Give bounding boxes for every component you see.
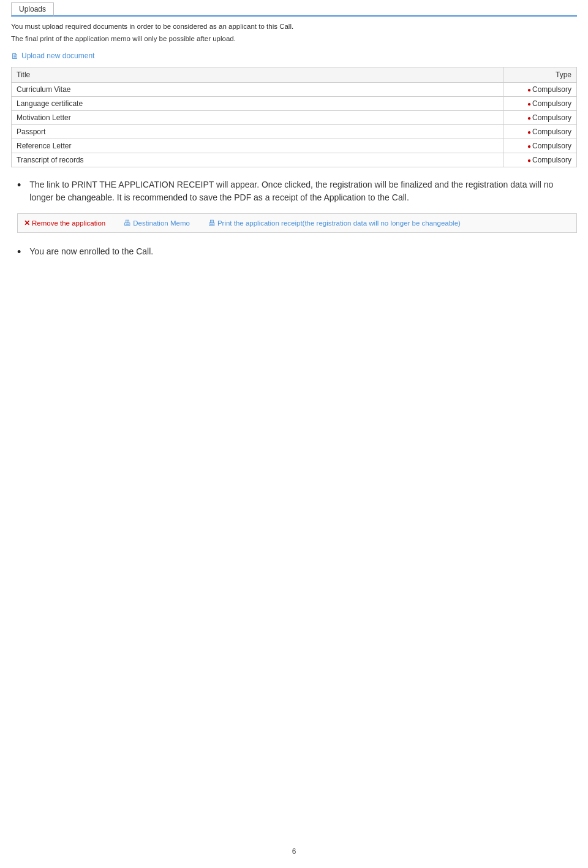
doc-type-cell: ●Compulsory bbox=[503, 110, 577, 124]
compulsory-dot: ● bbox=[527, 143, 531, 150]
bullet-text-1: The link to PRINT THE APPLICATION RECEIP… bbox=[29, 178, 562, 205]
table-row: Language certificate ●Compulsory bbox=[12, 96, 577, 110]
doc-title-cell: Curriculum Vitae bbox=[12, 82, 503, 96]
bullet-dot-1: • bbox=[17, 177, 21, 194]
print-receipt-label: Print the application receipt(the regist… bbox=[217, 219, 461, 227]
actions-bar: ✕ Remove the application 🖶 Destination M… bbox=[17, 213, 577, 233]
doc-title-cell: Reference Letter bbox=[12, 139, 503, 153]
col-type-header: Type bbox=[503, 67, 577, 82]
documents-table: Title Type Curriculum Vitae ●Compulsory … bbox=[11, 67, 577, 167]
compulsory-dot: ● bbox=[527, 157, 531, 164]
upload-new-document-link[interactable]: 🗎 Upload new document bbox=[11, 51, 94, 61]
table-row: Curriculum Vitae ●Compulsory bbox=[12, 82, 577, 96]
printer-icon-1: 🖶 bbox=[124, 219, 131, 227]
table-row: Reference Letter ●Compulsory bbox=[12, 139, 577, 153]
doc-type-cell: ●Compulsory bbox=[503, 124, 577, 139]
compulsory-dot: ● bbox=[527, 101, 531, 107]
table-row: Motivation Letter ●Compulsory bbox=[12, 110, 577, 124]
table-row: Transcript of records ●Compulsory bbox=[12, 153, 577, 167]
doc-title-cell: Language certificate bbox=[12, 96, 503, 110]
remove-icon: ✕ bbox=[24, 219, 30, 227]
doc-type-cell: ●Compulsory bbox=[503, 96, 577, 110]
uploads-tab-bar: Uploads bbox=[11, 0, 577, 17]
compulsory-dot: ● bbox=[527, 115, 531, 121]
remove-application-link[interactable]: ✕ Remove the application bbox=[24, 219, 105, 227]
doc-type-cell: ●Compulsory bbox=[503, 153, 577, 167]
upload-link-label: Upload new document bbox=[21, 51, 94, 60]
page-container: Uploads You must upload required documen… bbox=[0, 0, 588, 309]
bullet-item-1: • The link to PRINT THE APPLICATION RECE… bbox=[17, 178, 577, 205]
compulsory-dot: ● bbox=[527, 86, 531, 93]
info-line1: You must upload required documents in or… bbox=[11, 21, 577, 32]
bullet-text-2: You are now enrolled to the Call. bbox=[29, 245, 153, 259]
doc-title-cell: Passport bbox=[12, 124, 503, 139]
bullet-dot-2: • bbox=[17, 244, 21, 261]
destination-memo-link[interactable]: 🖶 Destination Memo bbox=[124, 219, 190, 227]
bullet-item-2: • You are now enrolled to the Call. bbox=[17, 245, 577, 261]
table-row: Passport ●Compulsory bbox=[12, 124, 577, 139]
doc-type-cell: ●Compulsory bbox=[503, 82, 577, 96]
uploads-tab[interactable]: Uploads bbox=[11, 2, 54, 17]
info-line2: The final print of the application memo … bbox=[11, 34, 577, 44]
remove-application-label: Remove the application bbox=[32, 219, 105, 227]
page-number: 6 bbox=[292, 847, 296, 856]
print-receipt-link[interactable]: 🖶 Print the application receipt(the regi… bbox=[208, 219, 461, 227]
destination-memo-label: Destination Memo bbox=[133, 219, 190, 227]
col-title-header: Title bbox=[12, 67, 503, 82]
bullet-section: • The link to PRINT THE APPLICATION RECE… bbox=[17, 178, 577, 261]
upload-icon: 🗎 bbox=[11, 51, 19, 61]
doc-title-cell: Motivation Letter bbox=[12, 110, 503, 124]
doc-type-cell: ●Compulsory bbox=[503, 139, 577, 153]
compulsory-dot: ● bbox=[527, 129, 531, 135]
printer-icon-2: 🖶 bbox=[208, 219, 216, 227]
doc-title-cell: Transcript of records bbox=[12, 153, 503, 167]
